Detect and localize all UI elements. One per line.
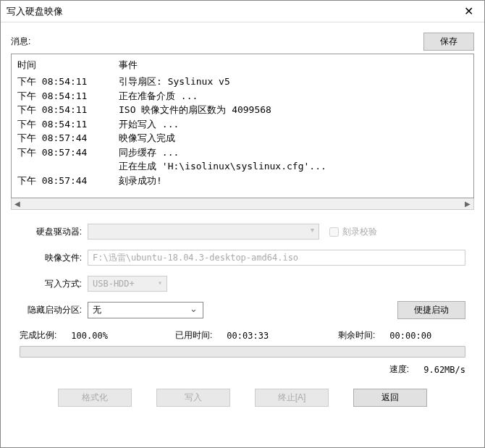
log-time: 下午 08:57:44 — [17, 145, 119, 160]
verify-checkbox-wrap: 刻录校验 — [329, 226, 377, 238]
hide-select[interactable]: 无 — [88, 302, 203, 318]
log-row: 正在生成 'H:\isolinux\syslinux.cfg'... — [17, 159, 468, 174]
log-row: 下午 08:54:11开始写入 ... — [17, 117, 468, 132]
message-label: 消息: — [11, 35, 30, 48]
speed-label: 速度: — [389, 363, 409, 376]
scroll-right-icon[interactable]: ▶ — [462, 198, 473, 210]
log-event: ISO 映像文件的扇区数为 4099568 — [119, 103, 468, 117]
done-label: 完成比例: — [20, 329, 56, 342]
log-row: 下午 08:54:11ISO 映像文件的扇区数为 4099568 — [17, 103, 468, 117]
image-label: 映像文件: — [20, 252, 88, 264]
log-row: 下午 08:54:11引导扇区: Syslinux v5 — [17, 75, 468, 89]
elapsed-label: 已用时间: — [175, 329, 212, 342]
convenient-boot-button[interactable]: 便捷启动 — [397, 301, 465, 319]
log-event: 刻录成功! — [119, 174, 468, 188]
stat-done: 完成比例: 100.00% — [20, 329, 175, 342]
speed-value: 9.62MB/s — [423, 365, 465, 375]
log-time: 下午 08:54:11 — [17, 103, 119, 117]
log-event: 引导扇区: Syslinux v5 — [119, 75, 468, 89]
remain-label: 剩余时间: — [338, 329, 375, 342]
log-rows: 下午 08:54:11引导扇区: Syslinux v5下午 08:54:11正… — [17, 75, 468, 187]
drive-select[interactable] — [88, 224, 319, 240]
format-button: 格式化 — [58, 389, 132, 407]
done-value: 100.00% — [71, 331, 108, 341]
log-time — [17, 159, 119, 174]
scroll-left-icon[interactable]: ◀ — [12, 198, 23, 210]
back-button[interactable]: 返回 — [353, 389, 427, 407]
drive-label: 硬盘驱动器: — [20, 226, 88, 238]
close-button[interactable]: ✕ — [452, 1, 484, 22]
progress-bar — [20, 346, 465, 358]
row-image: 映像文件: F:\迅雷\ubuntu-18.04.3-desktop-amd64… — [20, 249, 465, 266]
log-event: 同步缓存 ... — [119, 145, 468, 160]
log-event: 映像写入完成 — [119, 131, 468, 145]
stats-row: 完成比例: 100.00% 已用时间: 00:03:33 剩余时间: 00:00… — [20, 329, 465, 342]
log-time: 下午 08:54:11 — [17, 75, 119, 89]
dialog-window: 写入硬盘映像 ✕ 消息: 保存 时间 事件 下午 08:54:11引导扇区: S… — [0, 0, 485, 448]
verify-label: 刻录校验 — [342, 226, 377, 238]
log-box: 时间 事件 下午 08:54:11引导扇区: Syslinux v5下午 08:… — [11, 54, 474, 198]
write-button: 写入 — [156, 389, 230, 407]
titlebar: 写入硬盘映像 ✕ — [1, 1, 484, 22]
row-drive: 硬盘驱动器: 刻录校验 — [20, 223, 465, 240]
log-time: 下午 08:57:44 — [17, 174, 119, 188]
log-time: 下午 08:54:11 — [17, 89, 119, 103]
remain-value: 00:00:00 — [389, 331, 431, 341]
action-row: 格式化 写入 终止[A] 返回 — [20, 389, 465, 407]
speed-row: 速度: 9.62MB/s — [20, 363, 465, 376]
log-header: 时间 事件 — [17, 57, 468, 75]
message-header: 消息: 保存 — [11, 30, 474, 54]
h-scrollbar[interactable]: ◀ ▶ — [11, 198, 474, 210]
window-title: 写入硬盘映像 — [7, 5, 63, 18]
stat-elapsed: 已用时间: 00:03:33 — [175, 329, 338, 342]
log-row: 下午 08:57:44映像写入完成 — [17, 131, 468, 145]
log-event: 开始写入 ... — [119, 117, 468, 132]
form-area: 硬盘驱动器: 刻录校验 映像文件: F:\迅雷\ubuntu-18.04.3-d… — [11, 223, 474, 407]
log-event: 正在生成 'H:\isolinux\syslinux.cfg'... — [119, 159, 468, 174]
content-area: 消息: 保存 时间 事件 下午 08:54:11引导扇区: Syslinux v… — [1, 22, 484, 447]
save-button[interactable]: 保存 — [423, 33, 474, 51]
row-mode: 写入方式: USB-HDD+ — [20, 275, 465, 292]
log-event: 正在准备介质 ... — [119, 89, 468, 103]
row-hide: 隐藏启动分区: 无 便捷启动 — [20, 301, 465, 319]
log-row: 下午 08:54:11正在准备介质 ... — [17, 89, 468, 103]
mode-select: USB-HDD+ — [88, 276, 167, 292]
stat-remain: 剩余时间: 00:00:00 — [338, 329, 465, 342]
hide-label: 隐藏启动分区: — [20, 304, 88, 316]
image-path-input: F:\迅雷\ubuntu-18.04.3-desktop-amd64.iso — [88, 250, 465, 266]
log-row: 下午 08:57:44同步缓存 ... — [17, 145, 468, 160]
verify-checkbox — [329, 227, 339, 237]
log-time: 下午 08:57:44 — [17, 131, 119, 145]
mode-label: 写入方式: — [20, 278, 88, 290]
log-col-event-header: 事件 — [119, 59, 468, 72]
abort-button: 终止[A] — [255, 389, 329, 407]
log-col-time-header: 时间 — [17, 59, 119, 72]
log-time: 下午 08:54:11 — [17, 117, 119, 132]
elapsed-value: 00:03:33 — [227, 331, 269, 341]
log-row: 下午 08:57:44刻录成功! — [17, 174, 468, 188]
